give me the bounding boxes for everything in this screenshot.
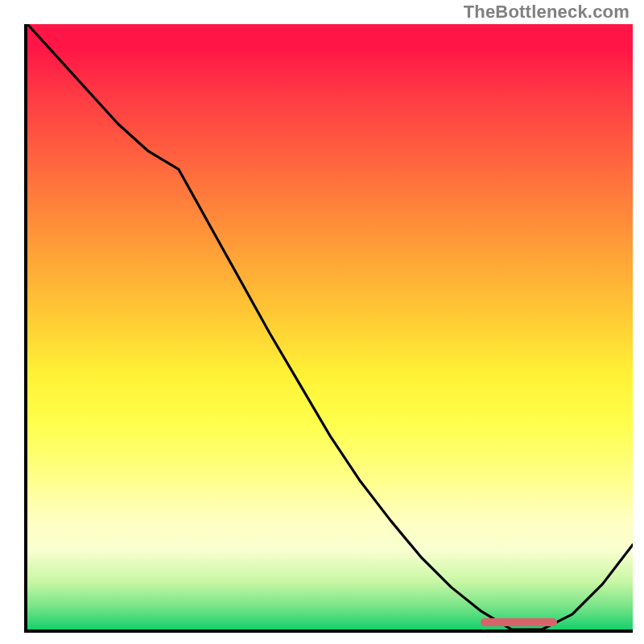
- highlight-marker: [481, 618, 557, 626]
- chart-plot-area: [24, 24, 633, 633]
- attribution-text: TheBottleneck.com: [464, 2, 630, 23]
- chart-curve-path: [27, 24, 633, 630]
- chart-line-svg: [27, 24, 633, 630]
